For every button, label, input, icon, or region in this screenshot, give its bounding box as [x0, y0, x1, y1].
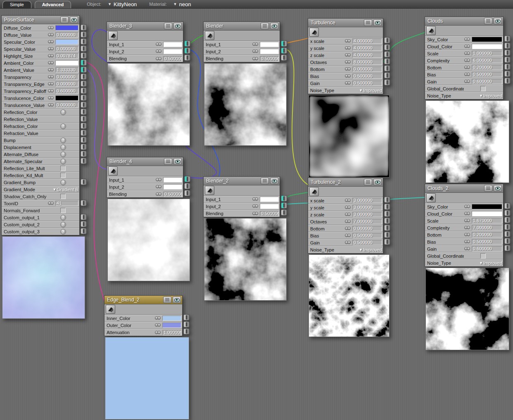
socket[interactable] — [504, 210, 511, 216]
node-header-posersurface[interactable]: PoserSurface — [2, 16, 79, 24]
plug-icon[interactable] — [252, 50, 259, 53]
value-field[interactable]: 3.000000 — [352, 212, 382, 217]
plug-icon[interactable] — [464, 240, 471, 244]
value-field[interactable]: 4.000000 — [352, 52, 382, 58]
socket[interactable] — [184, 183, 190, 189]
material-value[interactable]: neon — [179, 0, 191, 8]
connected-socket[interactable] — [281, 202, 287, 209]
plug-icon[interactable] — [344, 227, 352, 230]
dropdown[interactable]: ▼Improved — [479, 93, 502, 98]
node-header-blender_2[interactable]: Blender_2 — [204, 177, 280, 185]
plug-icon[interactable] — [344, 213, 352, 216]
socket[interactable] — [183, 328, 190, 335]
unconnected-question-icon[interactable]: ? — [60, 222, 66, 228]
color-swatch[interactable] — [55, 25, 78, 31]
plug-icon[interactable] — [48, 103, 55, 107]
node-header-blender[interactable]: Blender — [204, 22, 280, 31]
tab-simple[interactable]: Simple — [2, 1, 31, 8]
socket[interactable] — [504, 231, 511, 237]
value-field[interactable]: 0.500000 — [352, 74, 382, 79]
value-field[interactable]: 0.600000 — [472, 79, 502, 84]
node-output-plug[interactable] — [106, 305, 115, 314]
checkbox[interactable] — [60, 208, 66, 213]
unconnected-question-icon[interactable]: ? — [60, 123, 66, 129]
plug-icon[interactable] — [464, 219, 471, 223]
color-swatch[interactable] — [472, 211, 502, 216]
color-swatch[interactable] — [472, 204, 502, 209]
value-field[interactable]: 0.500000 — [352, 81, 382, 86]
plug-icon[interactable] — [344, 241, 352, 244]
socket[interactable] — [81, 228, 87, 234]
socket[interactable] — [384, 211, 390, 217]
plug-icon[interactable] — [464, 73, 471, 76]
value-field[interactable]: 7.000000 — [472, 225, 502, 230]
plug-icon[interactable] — [464, 247, 471, 251]
plug-icon[interactable] — [464, 66, 471, 69]
connected-socket[interactable] — [281, 195, 287, 202]
plug-icon[interactable] — [344, 206, 352, 209]
node-output-plug[interactable] — [426, 193, 436, 202]
plug-icon[interactable] — [344, 220, 352, 223]
unconnected-question-icon[interactable]: ? — [60, 145, 66, 150]
plug-icon[interactable] — [48, 54, 55, 58]
socket[interactable] — [504, 238, 511, 244]
socket[interactable] — [81, 31, 87, 38]
checkbox[interactable] — [480, 253, 486, 259]
plug-icon[interactable] — [464, 59, 471, 62]
value-field[interactable]: 8.000000 — [352, 59, 382, 65]
unconnected-question-icon[interactable]: ? — [60, 152, 66, 157]
socket[interactable] — [81, 38, 87, 45]
color-swatch[interactable] — [260, 204, 279, 209]
socket[interactable] — [81, 95, 87, 101]
connected-socket[interactable] — [184, 47, 190, 54]
socket[interactable] — [81, 214, 87, 220]
node-header-turbulence_2[interactable]: Turbulence_2 — [308, 178, 383, 187]
node-header-blender_3[interactable]: Blender_3 — [107, 22, 183, 31]
color-swatch[interactable] — [162, 316, 181, 321]
socket[interactable] — [184, 55, 190, 61]
preview-eye-icon[interactable] — [494, 185, 502, 192]
value-field[interactable]: 41 — [55, 201, 78, 206]
menu-icon[interactable] — [164, 23, 172, 29]
socket[interactable] — [81, 158, 87, 164]
plug-icon[interactable] — [464, 205, 471, 209]
plug-icon[interactable] — [464, 233, 471, 237]
plug-icon[interactable] — [155, 178, 162, 182]
color-swatch[interactable] — [260, 197, 279, 202]
plug-icon[interactable] — [48, 26, 55, 30]
menu-icon[interactable] — [484, 18, 492, 24]
preview-eye-icon[interactable] — [494, 18, 502, 24]
plug-icon[interactable] — [252, 204, 259, 208]
socket[interactable] — [81, 81, 87, 87]
socket[interactable] — [81, 109, 87, 115]
socket[interactable] — [384, 51, 390, 57]
plug-icon[interactable] — [344, 234, 352, 237]
socket[interactable] — [81, 52, 87, 59]
menu-icon[interactable] — [60, 17, 69, 23]
checkbox[interactable] — [480, 86, 486, 91]
node-header-blender_4[interactable]: Blender_4 — [107, 157, 183, 166]
preview-eye-icon[interactable] — [173, 158, 182, 165]
value-field[interactable]: 0.007874 — [55, 53, 78, 59]
socket[interactable] — [504, 57, 511, 63]
value-field[interactable]: 0.500000 — [352, 240, 382, 245]
plug-icon[interactable] — [344, 67, 352, 71]
color-swatch[interactable] — [163, 49, 182, 54]
value-field[interactable]: 3.000000 — [352, 205, 382, 210]
plug-icon[interactable] — [154, 316, 162, 320]
socket[interactable] — [384, 44, 390, 50]
dropdown[interactable]: ▼Gradient B — [52, 187, 78, 192]
plug-icon[interactable] — [252, 212, 259, 216]
value-field[interactable]: 4.000000 — [352, 45, 382, 51]
socket[interactable] — [81, 45, 87, 52]
plug-icon[interactable] — [154, 323, 162, 327]
node-header-edge_blend_2[interactable]: Edge_Blend_2 — [104, 296, 182, 304]
node-header-clouds_2[interactable]: Clouds_2 — [425, 184, 503, 193]
plug-icon[interactable] — [154, 331, 162, 335]
plug-icon[interactable] — [344, 39, 352, 43]
socket[interactable] — [81, 179, 87, 185]
preview-eye-icon[interactable] — [270, 178, 278, 184]
plug-icon[interactable] — [48, 82, 55, 86]
value-field[interactable]: 0.000000 — [55, 46, 78, 52]
menu-icon[interactable] — [261, 23, 269, 29]
